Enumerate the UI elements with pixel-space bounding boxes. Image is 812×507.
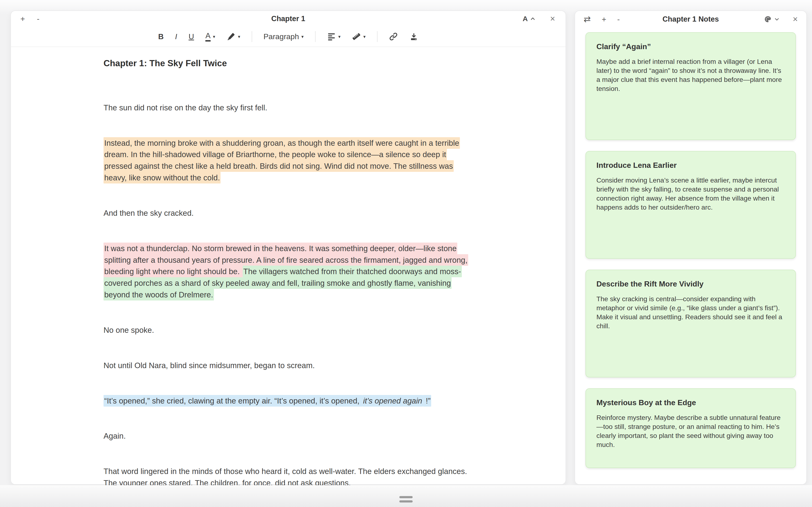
chevron-down-icon: ▾	[238, 35, 240, 39]
note-card[interactable]: Clarify “Again” Maybe add a brief intern…	[586, 32, 796, 140]
document-paragraph: It was not a thunderclap. No storm brewe…	[104, 243, 473, 301]
formatting-toolbar: B I U A ▾ ▾ Paragrap	[11, 26, 565, 47]
chevron-down-icon: ▾	[301, 35, 304, 39]
chevron-down-icon: ▾	[213, 35, 215, 39]
text-run: The sun did not rise on the day the sky …	[104, 103, 267, 112]
chevron-down-icon: ▾	[363, 35, 366, 39]
app-window: + - Chapter 1 A × B I	[0, 0, 812, 507]
chevron-up-icon	[530, 16, 536, 22]
palette-icon	[764, 15, 772, 23]
note-title: Clarify “Again”	[596, 42, 785, 51]
note-body: Maybe add a brief internal reaction from…	[596, 57, 785, 93]
notes-zoom-out-button[interactable]: -	[617, 15, 620, 23]
text-color-letter: A	[205, 32, 210, 42]
document-paragraph: The sun did not rise on the day the sky …	[104, 102, 473, 114]
document-heading: Chapter 1: The Sky Fell Twice	[104, 57, 473, 70]
text-align-dropdown[interactable]: ▾	[327, 32, 341, 41]
align-left-icon	[327, 32, 336, 41]
document-paragraph: Instead, the morning broke with a shudde…	[104, 137, 473, 184]
editor-header: + - Chapter 1 A × B I	[11, 11, 565, 47]
note-title: Describe the Rift More Vividly	[596, 280, 785, 288]
note-title: Mysterious Boy at the Edge	[596, 398, 785, 407]
note-body: Reinforce mystery. Maybe describe a subt…	[596, 413, 785, 449]
toolbar-divider	[315, 31, 316, 42]
notes-panel: ⇄ + - Chapter 1 Notes	[575, 10, 807, 485]
chevron-down-icon: ▾	[338, 35, 341, 39]
underline-letter: U	[188, 33, 194, 40]
text-run: Not until Old Nara, blind since midsumme…	[104, 361, 315, 370]
highlighted-text-run-orange: Instead, the morning broke with a shudde…	[104, 137, 460, 183]
zoom-out-button[interactable]: -	[37, 15, 40, 23]
font-size-button[interactable]: A	[523, 15, 536, 22]
underline-button[interactable]: U	[188, 33, 194, 40]
note-card[interactable]: Introduce Lena Earlier Consider moving L…	[586, 151, 796, 259]
note-card[interactable]: Describe the Rift More Vividly The sky c…	[586, 270, 796, 378]
document-paragraph: And then the sky cracked.	[104, 208, 473, 219]
bold-button[interactable]: B	[158, 33, 164, 40]
chevron-down-icon	[774, 16, 780, 22]
close-notes-button[interactable]: ×	[793, 15, 798, 23]
document-paragraph: Not until Old Nara, blind since midsumme…	[104, 360, 473, 372]
text-run: And then the sky cracked.	[104, 209, 194, 217]
highlight-button[interactable]: ▾	[226, 32, 240, 41]
editor-title-row: + - Chapter 1 A ×	[11, 11, 565, 26]
download-button[interactable]	[409, 32, 418, 41]
document-editor[interactable]: Chapter 1: The Sky Fell Twice The sun di…	[11, 47, 565, 503]
document-paragraph: “It’s opened,” she cried, clawing at the…	[104, 395, 473, 407]
highlighter-icon	[226, 32, 235, 41]
line-spacing-dropdown[interactable]: ▾	[352, 32, 366, 41]
paragraph-style-dropdown[interactable]: Paragraph ▾	[264, 33, 304, 40]
document-paragraph: Again.	[104, 430, 473, 442]
note-body: Consider moving Lena’s scene a little ea…	[596, 176, 785, 212]
zoom-in-button[interactable]: +	[20, 15, 25, 23]
text-color-button[interactable]: A ▾	[205, 32, 215, 42]
highlighted-text-run-blue: “It’s opened,” she cried, clawing at the…	[104, 395, 362, 407]
note-title: Introduce Lena Earlier	[596, 161, 785, 170]
toolbar-divider	[377, 31, 378, 42]
link-icon	[389, 32, 398, 41]
swap-arrows-icon: ⇄	[584, 15, 591, 23]
document-paragraph: No one spoke.	[104, 325, 473, 336]
text-run: Again.	[104, 432, 126, 440]
close-editor-button[interactable]: ×	[550, 14, 555, 23]
italic-button[interactable]: I	[175, 33, 177, 40]
toolbar-divider	[252, 31, 252, 42]
note-card[interactable]: Mysterious Boy at the Edge Reinforce mys…	[586, 388, 796, 468]
text-run: That word lingered in the minds of those…	[104, 467, 467, 487]
download-icon	[409, 32, 418, 41]
note-color-dropdown[interactable]	[764, 15, 780, 23]
drag-handle-bar	[399, 500, 413, 503]
highlighted-italic-text-run-blue: it’s opened again	[362, 395, 423, 407]
notes-zoom-in-button[interactable]: +	[602, 15, 606, 23]
paragraph-style-label: Paragraph	[264, 33, 299, 40]
highlighted-text-run-blue: !”	[423, 395, 431, 407]
swap-panels-button[interactable]: ⇄	[584, 15, 591, 23]
ruler-icon	[352, 32, 361, 41]
insert-link-button[interactable]	[389, 32, 398, 41]
text-run: No one spoke.	[104, 326, 154, 334]
drag-handle-bar	[399, 496, 413, 498]
notes-list: Clarify “Again” Maybe add a brief intern…	[575, 27, 806, 478]
note-body: The sky cracking is central—consider exp…	[596, 294, 785, 331]
editor-panel: + - Chapter 1 A × B I	[10, 10, 566, 485]
notes-header: ⇄ + - Chapter 1 Notes	[575, 11, 806, 27]
editor-title: Chapter 1	[11, 14, 565, 23]
resize-drag-handle[interactable]	[399, 496, 413, 503]
font-size-letter: A	[523, 15, 528, 22]
